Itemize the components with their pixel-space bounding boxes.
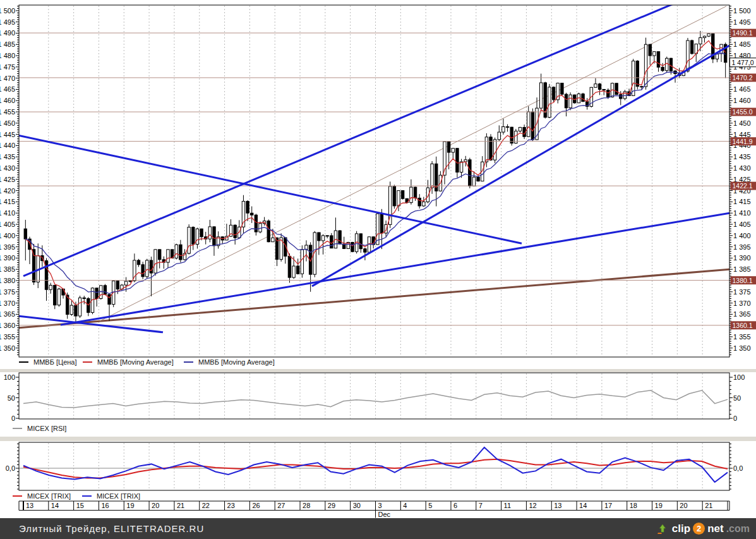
svg-text:1 385: 1 385 [733,265,751,273]
legend-item-trix-red: MICEX [TRIX] [13,492,71,500]
svg-text:14: 14 [51,502,59,509]
svg-text:1 500: 1 500 [0,7,15,15]
svg-text:14: 14 [579,502,587,509]
svg-text:18: 18 [630,502,637,509]
trading-terminal-page: 1 3501 3501 3551 3551 3601 3601 3651 365… [0,0,756,539]
svg-text:1 475: 1 475 [0,63,15,71]
svg-text:1 465: 1 465 [0,85,15,93]
svg-text:1 460: 1 460 [0,97,15,104]
svg-text:1 485: 1 485 [0,40,15,48]
logo-tld: .com [726,523,750,535]
svg-text:1 470: 1 470 [0,75,15,82]
svg-text:19: 19 [126,502,134,509]
svg-text:1 415: 1 415 [0,198,15,205]
logo-2-badge: 2 [693,523,705,535]
svg-text:1 440: 1 440 [0,142,15,149]
svg-text:1 390: 1 390 [0,254,15,262]
svg-text:1470.2: 1470.2 [733,74,753,82]
panel-divider [0,437,756,441]
svg-text:13: 13 [554,502,561,509]
svg-text:1 435: 1 435 [733,153,751,160]
svg-text:1 370: 1 370 [733,300,751,307]
svg-text:1 355: 1 355 [733,333,751,341]
trix-blue-line-swatch-icon [82,495,92,497]
svg-text:16: 16 [101,502,109,509]
svg-text:20: 20 [152,502,159,509]
svg-text:1 385: 1 385 [0,265,15,273]
svg-text:1 495: 1 495 [0,18,15,26]
svg-text:1441.9: 1441.9 [733,138,753,145]
svg-text:1 405: 1 405 [0,221,15,228]
svg-text:1 365: 1 365 [733,310,751,318]
price-line-swatch-icon [19,361,28,363]
svg-text:1 480: 1 480 [0,52,15,59]
svg-text:1 360: 1 360 [0,322,15,329]
svg-text:100: 100 [4,373,15,381]
svg-text:1 460: 1 460 [733,97,751,104]
svg-text:0: 0 [11,415,15,422]
rsi-legend: MICEX [RSI] [0,425,756,435]
svg-text:21: 21 [705,502,712,509]
svg-text:12: 12 [529,502,536,509]
svg-text:1 420: 1 420 [0,187,15,195]
svg-text:1 355: 1 355 [0,333,15,341]
svg-text:7: 7 [479,502,483,509]
legend-label: ММВБ [Moving Average] [97,358,174,366]
legend-item-ma-fast: ММВБ [Moving Average] [83,358,174,366]
svg-text:11: 11 [504,502,511,509]
legend-label: MICEX [TRIX] [27,492,71,500]
svg-text:0,0: 0,0 [6,464,15,472]
legend-label: ММВБ [Цена] [33,358,77,366]
clip2net-logo[interactable]: clip 2 net .com [656,522,756,536]
svg-text:Dec: Dec [378,511,391,518]
legend-label: MICEX [RSI] [27,425,66,432]
rsi-line-swatch-icon [13,428,22,429]
svg-text:1 430: 1 430 [733,164,751,172]
legend-label: MICEX [TRIX] [97,492,140,500]
svg-text:6: 6 [453,502,457,509]
site-credit: Элитный Трейдер, ELITETRADER.RU [0,523,204,534]
svg-text:1 445: 1 445 [0,131,15,138]
trix-legend: MICEX [TRIX] MICEX [TRIX] [0,492,756,502]
footer-bar: Элитный Трейдер, ELITETRADER.RU clip 2 n… [0,518,756,539]
svg-text:22: 22 [202,502,210,509]
panel-divider [0,369,756,372]
svg-text:1 400: 1 400 [733,232,751,239]
ma-slow-line-swatch-icon [184,361,193,363]
svg-text:1 375: 1 375 [0,288,15,296]
svg-text:1 435: 1 435 [0,153,15,160]
svg-text:1 395: 1 395 [733,243,751,251]
svg-text:1 400: 1 400 [0,232,15,239]
svg-text:1490.1: 1490.1 [733,29,753,37]
svg-text:5: 5 [428,502,432,509]
svg-text:1 375: 1 375 [733,288,751,296]
svg-text:1 490: 1 490 [0,29,15,37]
legend-item-ma-slow: ММВБ [Moving Average] [184,358,275,366]
logo-word-clip: clip [672,523,690,535]
svg-text:1380.1: 1380.1 [733,277,753,284]
svg-text:1 455: 1 455 [0,108,15,116]
svg-text:30: 30 [353,502,361,509]
svg-text:0,0: 0,0 [733,464,743,472]
svg-text:1 500: 1 500 [733,7,751,15]
svg-text:1 410: 1 410 [0,209,15,217]
svg-text:1 365: 1 365 [0,310,15,318]
svg-text:1 485: 1 485 [733,40,751,48]
svg-text:13: 13 [26,502,33,509]
svg-text:50: 50 [8,394,15,402]
svg-text:26: 26 [252,502,260,509]
legend-label: ММВБ [Moving Average] [198,358,275,366]
svg-text:1 465: 1 465 [733,85,751,93]
svg-text:28: 28 [303,502,310,509]
logo-word-net: net [707,523,724,535]
upload-arrow-icon [656,522,669,536]
svg-text:1 350: 1 350 [0,344,15,352]
svg-text:23: 23 [227,502,235,509]
svg-text:50: 50 [733,394,741,402]
svg-text:1 450: 1 450 [733,119,751,127]
svg-text:1 430: 1 430 [0,164,15,172]
svg-text:17: 17 [604,502,612,509]
svg-text:1422.1: 1422.1 [733,182,753,190]
svg-text:0: 0 [733,415,737,422]
svg-text:21: 21 [177,502,184,509]
